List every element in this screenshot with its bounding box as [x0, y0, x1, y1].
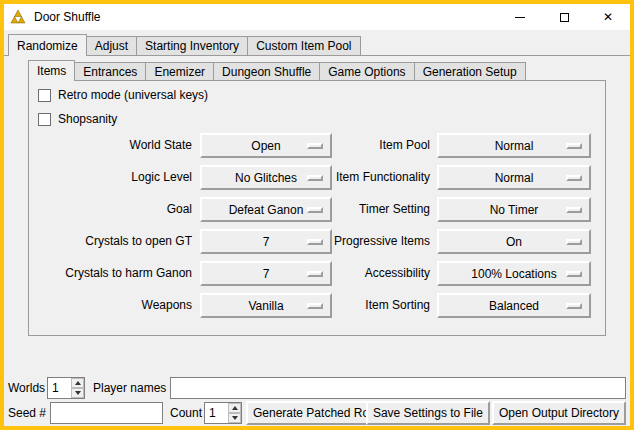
maximize-icon	[560, 13, 569, 22]
accessibility-dropdown[interactable]: 100% Locations	[437, 261, 591, 286]
subtab-generation-setup[interactable]: Generation Setup	[414, 62, 526, 80]
main-tabrow-divider	[4, 55, 630, 56]
subtab-items[interactable]: Items	[28, 60, 75, 81]
count-spinner[interactable]: 1	[204, 402, 242, 424]
tab-custom-item-pool[interactable]: Custom Item Pool	[247, 36, 360, 55]
worlds-spinner-buttons	[71, 378, 84, 398]
arrow-down-icon	[232, 416, 238, 420]
accessibility-value: 100% Locations	[471, 267, 556, 281]
item-functionality-value: Normal	[495, 171, 534, 185]
retro-mode-checkbox[interactable]	[38, 89, 51, 102]
subtab-entrances[interactable]: Entrances	[74, 62, 146, 80]
weapons-label: Weapons	[30, 293, 192, 318]
goal-label: Goal	[30, 197, 192, 222]
subtab-game-options[interactable]: Game Options	[319, 62, 414, 80]
subtab-entrances-label: Entrances	[83, 65, 137, 79]
dropdown-indicator-icon	[566, 175, 582, 181]
spinner-up-button[interactable]	[71, 378, 84, 388]
close-button[interactable]: ✕	[586, 4, 630, 30]
worlds-spinner[interactable]: 1	[47, 377, 85, 399]
dropdown-indicator-icon	[566, 271, 582, 277]
subtab-dungeon-shuffle-label: Dungeon Shuffle	[222, 65, 311, 79]
timer-setting-label: Timer Setting	[250, 197, 430, 222]
spinner-down-button[interactable]	[71, 388, 84, 398]
seed-label: Seed #	[8, 402, 46, 424]
subtab-items-label: Items	[37, 64, 66, 78]
door-shuffle-window: Door Shuffle ✕ Randomize Adjust Starting…	[0, 0, 634, 430]
item-functionality-dropdown[interactable]: Normal	[437, 165, 591, 190]
subtab-enemizer-label: Enemizer	[154, 65, 205, 79]
dropdown-indicator-icon	[566, 143, 582, 149]
tab-randomize-label: Randomize	[17, 39, 78, 53]
subtab-enemizer[interactable]: Enemizer	[145, 62, 214, 80]
item-sorting-dropdown[interactable]: Balanced	[437, 293, 591, 318]
window-title: Door Shuffle	[34, 10, 101, 24]
shopsanity-label[interactable]: Shopsanity	[58, 111, 117, 127]
timer-setting-dropdown[interactable]: No Timer	[437, 197, 591, 222]
open-output-directory-button[interactable]: Open Output Directory	[492, 401, 626, 425]
item-functionality-label: Item Functionality	[250, 165, 430, 190]
item-sorting-label: Item Sorting	[250, 293, 430, 318]
count-label: Count	[170, 402, 202, 424]
close-icon: ✕	[603, 11, 613, 23]
main-tabrow: Randomize Adjust Starting Inventory Cust…	[8, 33, 360, 55]
count-spinner-buttons	[228, 403, 241, 423]
item-pool-value: Normal	[495, 139, 534, 153]
arrow-up-icon	[232, 406, 238, 410]
maximize-button[interactable]	[542, 4, 586, 30]
seed-input[interactable]	[50, 402, 163, 424]
minimize-button[interactable]	[498, 4, 542, 30]
save-settings-button[interactable]: Save Settings to File	[366, 401, 490, 425]
dropdown-indicator-icon	[566, 207, 582, 213]
tab-adjust[interactable]: Adjust	[86, 36, 137, 55]
dropdown-indicator-icon	[566, 239, 582, 245]
dropdown-indicator-icon	[566, 303, 582, 309]
crystals-harm-ganon-label: Crystals to harm Ganon	[30, 261, 192, 286]
shopsanity-checkbox[interactable]	[38, 113, 51, 126]
player-names-input[interactable]	[170, 377, 626, 399]
world-state-label: World State	[30, 133, 192, 158]
app-icon	[10, 9, 26, 25]
crystals-open-gt-label: Crystals to open GT	[30, 229, 192, 254]
worlds-label: Worlds	[8, 377, 45, 399]
bottom-right-buttons: Save Settings to File Open Output Direct…	[366, 401, 626, 425]
player-names-label: Player names	[93, 377, 166, 399]
tab-starting-inventory-label: Starting Inventory	[145, 39, 239, 53]
accessibility-label: Accessibility	[250, 261, 430, 286]
tab-randomize[interactable]: Randomize	[8, 34, 87, 56]
titlebar: Door Shuffle ✕	[4, 4, 630, 30]
count-value: 1	[209, 403, 216, 423]
tab-adjust-label: Adjust	[95, 39, 128, 53]
timer-setting-value: No Timer	[490, 203, 539, 217]
spinner-down-button[interactable]	[228, 413, 241, 423]
sub-tabrow: Items Entrances Enemizer Dungeon Shuffle…	[28, 59, 525, 80]
subtab-game-options-label: Game Options	[328, 65, 405, 79]
spinner-up-button[interactable]	[228, 403, 241, 413]
worlds-value: 1	[52, 378, 59, 398]
progressive-items-dropdown[interactable]: On	[437, 229, 591, 254]
arrow-down-icon	[75, 391, 81, 395]
tab-starting-inventory[interactable]: Starting Inventory	[136, 36, 248, 55]
subtab-generation-setup-label: Generation Setup	[423, 65, 517, 79]
item-sorting-value: Balanced	[489, 299, 539, 313]
sub-tabrow-divider	[28, 80, 606, 81]
arrow-up-icon	[75, 381, 81, 385]
minimize-icon	[515, 17, 525, 18]
logic-level-label: Logic Level	[30, 165, 192, 190]
item-pool-label: Item Pool	[250, 133, 430, 158]
progressive-items-label: Progressive Items	[250, 229, 430, 254]
subtab-dungeon-shuffle[interactable]: Dungeon Shuffle	[213, 62, 320, 80]
item-pool-dropdown[interactable]: Normal	[437, 133, 591, 158]
progressive-items-value: On	[506, 235, 522, 249]
tab-custom-item-pool-label: Custom Item Pool	[256, 39, 351, 53]
retro-mode-label[interactable]: Retro mode (universal keys)	[58, 87, 208, 103]
